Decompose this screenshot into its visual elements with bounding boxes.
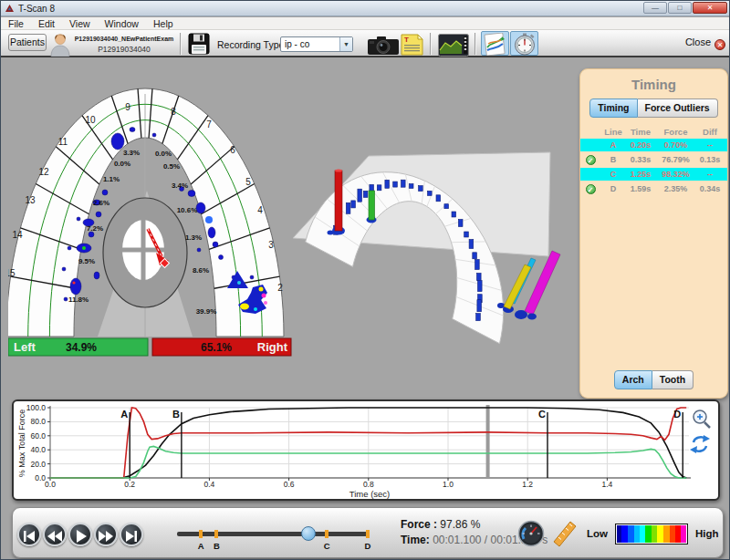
force-column: [476, 314, 481, 321]
force-column: [377, 185, 381, 191]
graph-view-button[interactable]: [481, 31, 509, 56]
timeline-slider-track[interactable]: [177, 532, 369, 536]
slider-marker-B[interactable]: [214, 530, 218, 538]
tooth-force-pct: 9.5%: [78, 257, 95, 265]
check-icon: ✓: [586, 155, 596, 165]
y-tick-label: 100.0: [26, 403, 47, 412]
notes-icon[interactable]: T: [401, 34, 423, 56]
force-column-yellow: [504, 264, 531, 309]
app-logo-icon: [5, 4, 15, 13]
play-button[interactable]: [68, 523, 92, 546]
contact-blob: [64, 297, 68, 301]
tab-force-outliers[interactable]: Force Outliers: [638, 99, 718, 118]
timing-row-B[interactable]: ✓B0.33s76.79%0.13s: [580, 153, 727, 166]
maximize-button[interactable]: □: [668, 2, 692, 14]
force-column: [363, 191, 368, 197]
cell: B: [600, 155, 626, 164]
tooth-number-15: 15: [8, 268, 16, 278]
tab-tooth[interactable]: Tooth: [652, 370, 694, 389]
contact-blob: [208, 227, 215, 238]
menu-item-edit[interactable]: Edit: [38, 17, 55, 30]
slider-marker-D[interactable]: [366, 530, 370, 538]
contact-blob: [213, 242, 218, 247]
arch-2d-view[interactable]: 910111213141587654323.3%0.0%1.1%2.6%7.2%…: [8, 83, 293, 357]
force-column: [458, 220, 463, 227]
x-tick-label: 0.2: [124, 480, 135, 489]
timing-panel-title: Timing: [580, 77, 727, 92]
minimize-button[interactable]: —: [643, 2, 667, 14]
tooth-force-pct: 3.3%: [123, 149, 140, 157]
left-bar-label: Left: [14, 340, 36, 354]
right-bar-label: Right: [257, 340, 288, 354]
tab-arch[interactable]: Arch: [614, 370, 652, 389]
cell: 0.33s: [626, 155, 655, 164]
arch-3d-view[interactable]: [293, 129, 576, 361]
slider-marker-label-B: B: [211, 541, 222, 551]
skip-start-icon: [19, 524, 39, 548]
x-tick-label: 0.6: [284, 480, 295, 489]
menu-item-view[interactable]: View: [69, 17, 90, 30]
skip-end-button[interactable]: [120, 523, 143, 546]
tooth-force-pct: 2.6%: [93, 199, 110, 207]
force-column: [452, 212, 456, 217]
force-column: [402, 180, 406, 187]
close-window-button[interactable]: ✕: [693, 2, 727, 14]
tooth-force-pct: 1.3%: [185, 233, 202, 242]
scale-low-label: Low: [577, 528, 608, 539]
stopwatch-icon: [511, 33, 537, 56]
check-icon: ✓: [586, 184, 596, 194]
patient-id: P12919034040: [74, 45, 174, 54]
tscan-window: T-Scan 8 — □ ✕ FileEditViewWindowHelp Pa…: [0, 0, 730, 560]
title-bar: T-Scan 8 — □ ✕: [1, 1, 730, 16]
contact-blob: [188, 191, 195, 197]
contact-blob: [62, 267, 66, 271]
menu-item-file[interactable]: File: [8, 17, 24, 30]
save-icon[interactable]: [188, 33, 210, 55]
timing-row-A[interactable]: A0.20s0.70%--: [580, 139, 727, 151]
transport-bar: ABCD Force : 97.86 % Time: 00:01.100 / 0…: [12, 507, 724, 558]
close-exam-icon[interactable]: ✕: [714, 39, 725, 50]
tooth-force-pct: 7.2%: [87, 224, 103, 233]
slider-marker-A[interactable]: [199, 530, 203, 538]
recording-type-select[interactable]: ip - co ▼: [280, 36, 353, 52]
refresh-icon[interactable]: [690, 435, 710, 453]
contact-blob: [96, 212, 101, 217]
slider-marker-label-D: D: [362, 541, 373, 551]
force-column: [385, 180, 390, 188]
timing-row-C[interactable]: C1.25s98.32%--: [580, 168, 727, 181]
timing-row-D[interactable]: ✓D1.59s2.35%0.34s: [580, 182, 727, 195]
menu-item-help[interactable]: Help: [153, 17, 173, 30]
left-bar-value: 34.9%: [66, 341, 97, 354]
close-exam-label[interactable]: Close: [685, 36, 711, 47]
zoom-in-icon[interactable]: [694, 410, 710, 428]
recording-type-label: Recording Type: [217, 39, 284, 50]
x-tick-label: 1.0: [443, 480, 454, 489]
cell: 0.13s: [696, 155, 724, 164]
tooth-number-9: 9: [125, 102, 130, 112]
timing-view-button[interactable]: [510, 31, 538, 56]
force-column: [436, 195, 441, 202]
force-column: [346, 202, 350, 213]
tab-timing[interactable]: Timing: [589, 99, 637, 118]
x-tick-label: 0.8: [363, 480, 374, 489]
menu-item-window[interactable]: Window: [105, 17, 139, 30]
rewind-button[interactable]: [43, 523, 67, 546]
sensitivity-gauge-icon[interactable]: [517, 520, 545, 547]
cell: 0.34s: [696, 184, 724, 193]
contact-blob: [196, 202, 205, 213]
skip-start-button[interactable]: [17, 523, 41, 546]
slider-marker-C[interactable]: [325, 530, 328, 538]
patients-button[interactable]: Patients: [8, 34, 47, 51]
recording-type-value: ip - co: [285, 39, 309, 49]
timeline-slider-thumb[interactable]: [301, 526, 316, 541]
tooth-force-pct: 8.6%: [193, 266, 209, 275]
force-column: [444, 204, 449, 209]
y-tick-label: 0.0: [35, 473, 46, 482]
camera-icon[interactable]: [368, 36, 399, 55]
slider-marker-label-A: A: [195, 541, 206, 551]
force-time-graph[interactable]: 0.00.20.40.60.81.01.21.40.020.040.060.08…: [14, 401, 718, 499]
ruler-tool-icon[interactable]: [551, 520, 579, 547]
fast-forward-button[interactable]: [94, 523, 118, 546]
tooth-force-pct: 39.9%: [196, 307, 217, 316]
snapshot-image-icon[interactable]: [438, 34, 469, 57]
